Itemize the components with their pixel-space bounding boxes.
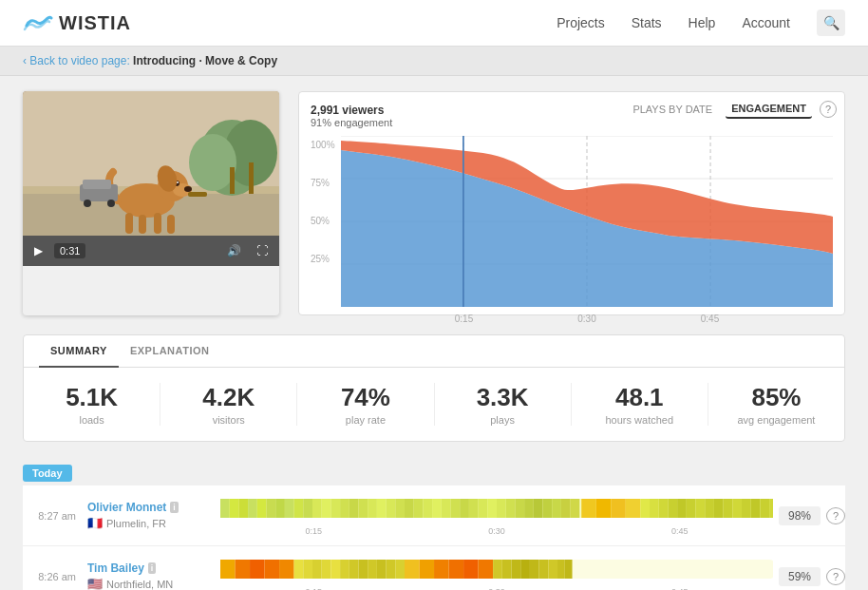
stat-engagement-value: 85% [708, 383, 844, 412]
stat-play-rate-label: play rate [297, 414, 433, 426]
svg-rect-116 [493, 560, 502, 579]
svg-rect-19 [188, 192, 207, 197]
svg-rect-62 [479, 499, 488, 518]
svg-rect-37 [248, 499, 257, 518]
viewer-badge: i [148, 562, 157, 574]
viewer-name: Olivier Monnet i [87, 501, 220, 514]
summary-tabs: SUMMARY EXPLANATION [24, 335, 844, 368]
viewer-help-icon[interactable]: ? [826, 507, 845, 524]
svg-rect-45 [322, 499, 331, 518]
svg-rect-6 [230, 167, 235, 194]
svg-point-23 [107, 200, 115, 207]
stat-plays-value: 3.3K [435, 383, 571, 412]
svg-point-22 [84, 200, 91, 207]
stats-row: 5.1K loads 4.2K visitors 74% play rate 3… [24, 368, 844, 441]
svg-rect-83 [696, 499, 706, 518]
y-label-25: 25% [311, 254, 330, 264]
svg-rect-44 [312, 499, 322, 518]
svg-rect-43 [303, 499, 312, 518]
svg-rect-86 [724, 499, 733, 518]
svg-rect-112 [368, 560, 377, 579]
svg-point-5 [189, 134, 236, 191]
svg-rect-118 [512, 560, 521, 579]
stat-engagement: 85% avg engagement [708, 383, 844, 426]
svg-rect-47 [340, 499, 349, 518]
stat-plays-label: plays [435, 414, 571, 426]
svg-rect-88 [742, 499, 751, 518]
fullscreen-button[interactable]: ⛶ [253, 242, 272, 259]
svg-rect-16 [139, 215, 146, 234]
nav-account[interactable]: Account [742, 11, 790, 34]
x-label-045: 0:45 [649, 314, 772, 324]
stat-visitors-value: 4.2K [160, 383, 296, 412]
plays-by-date-tab[interactable]: PLAYS BY DATE [627, 101, 718, 118]
svg-rect-46 [330, 499, 340, 518]
viewer-help-icon-2[interactable]: ? [826, 568, 845, 585]
video-thumbnail [23, 91, 279, 236]
viewer-row: 8:27 am Olivier Monnet i 🇫🇷 Plumelin, FR [23, 485, 845, 546]
search-button[interactable]: 🔍 [817, 10, 845, 36]
svg-rect-63 [487, 499, 497, 518]
svg-rect-50 [368, 499, 377, 518]
viewer-score: 98% [779, 506, 821, 525]
back-link[interactable]: ‹ Back to video page: Introducing · Move… [23, 54, 277, 67]
svg-rect-38 [257, 499, 267, 518]
svg-rect-60 [460, 499, 469, 518]
svg-rect-40 [275, 499, 285, 518]
svg-rect-48 [349, 499, 359, 518]
svg-rect-75 [561, 499, 571, 518]
svg-rect-64 [581, 499, 596, 518]
today-badge: Today [23, 465, 72, 482]
chart-header: PLAYS BY DATE ENGAGEMENT ? [627, 100, 837, 119]
engagement-chart: PLAYS BY DATE ENGAGEMENT ? 2,991 viewers… [298, 91, 845, 315]
svg-rect-68 [497, 499, 506, 518]
svg-rect-108 [449, 560, 464, 579]
svg-rect-79 [659, 499, 669, 518]
svg-rect-120 [530, 560, 539, 579]
svg-rect-109 [463, 560, 479, 579]
stat-play-rate: 74% play rate [297, 383, 434, 426]
svg-point-13 [177, 181, 179, 183]
svg-rect-110 [479, 560, 494, 579]
svg-rect-66 [611, 499, 626, 518]
tab-summary[interactable]: SUMMARY [39, 335, 119, 368]
svg-rect-122 [548, 560, 557, 579]
main-nav: Projects Stats Help Account 🔍 [557, 10, 845, 36]
chart-help-icon[interactable]: ? [820, 101, 837, 118]
stat-engagement-label: avg engagement [708, 414, 844, 426]
y-label-50: 50% [311, 216, 330, 226]
video-title: Introducing · Move & Copy [133, 54, 277, 67]
svg-rect-17 [154, 213, 161, 234]
svg-rect-91 [769, 499, 773, 518]
svg-rect-98 [294, 560, 304, 579]
logo-text: WISTIA [59, 12, 131, 34]
nav-help[interactable]: Help [689, 11, 716, 34]
viewer-row: 8:26 am Tim Bailey i 🇺🇸 Northfield, MN [23, 546, 845, 590]
top-row: ▶ 0:31 🔊 ⛶ PLAYS BY DATE ENGAGEMENT ? 2,… [23, 91, 845, 315]
svg-rect-53 [395, 499, 405, 518]
svg-rect-114 [387, 560, 396, 579]
stat-hours-value: 48.1 [572, 383, 708, 412]
svg-rect-36 [238, 499, 248, 518]
nav-stats[interactable]: Stats [632, 11, 662, 34]
tab-explanation[interactable]: EXPLANATION [119, 335, 221, 368]
header: WISTIA Projects Stats Help Account 🔍 [0, 0, 868, 47]
svg-rect-52 [387, 499, 396, 518]
heatmap-svg [220, 495, 773, 522]
svg-rect-61 [469, 499, 479, 518]
viewer-badge: i [170, 502, 179, 513]
svg-rect-76 [571, 499, 580, 518]
stat-loads: 5.1K loads [24, 383, 160, 426]
svg-rect-56 [423, 499, 432, 518]
summary-section: SUMMARY EXPLANATION 5.1K loads 4.2K visi… [23, 334, 845, 442]
svg-rect-89 [751, 499, 761, 518]
svg-rect-41 [285, 499, 294, 518]
stat-plays: 3.3K plays [435, 383, 572, 426]
engagement-tab[interactable]: ENGAGEMENT [726, 100, 812, 119]
volume-button[interactable]: 🔊 [223, 242, 245, 259]
nav-projects[interactable]: Projects [557, 11, 605, 34]
stat-loads-label: loads [24, 414, 160, 426]
svg-rect-34 [220, 499, 230, 518]
svg-rect-21 [83, 180, 111, 189]
play-button[interactable]: ▶ [30, 242, 47, 259]
